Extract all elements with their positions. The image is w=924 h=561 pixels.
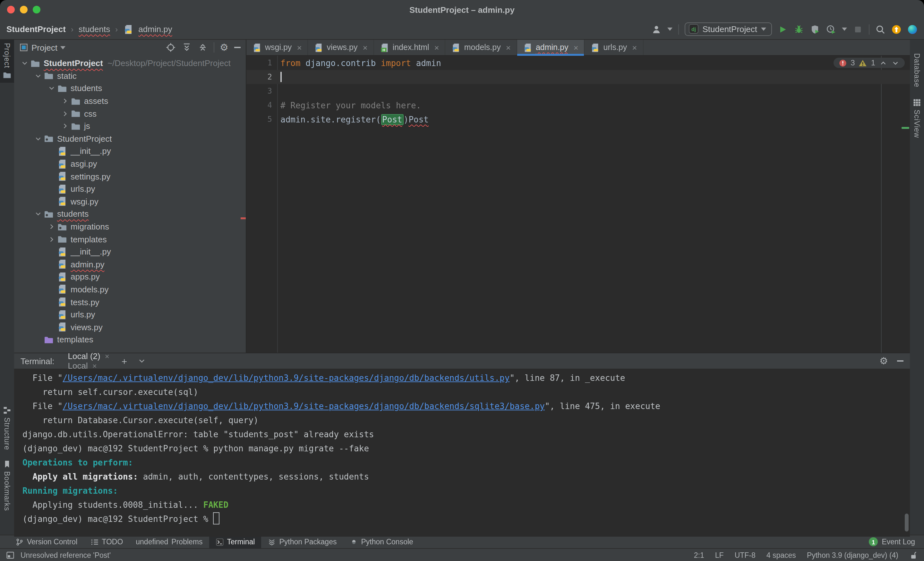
- tree-item-views.py[interactable]: views.py: [14, 321, 246, 334]
- terminal-scrollbar[interactable]: [905, 513, 909, 531]
- code-with-me-users-icon[interactable]: [651, 24, 661, 34]
- tree-item-admin.py[interactable]: admin.py: [14, 258, 246, 271]
- close-window-button[interactable]: [7, 6, 15, 13]
- breadcrumb-project[interactable]: StudentProject: [6, 24, 66, 34]
- tree-item-js[interactable]: js: [14, 120, 246, 132]
- hide-terminal-button[interactable]: [897, 361, 903, 362]
- tree-item-models.py[interactable]: models.py: [14, 283, 246, 296]
- status-widget-1[interactable]: LF: [715, 551, 724, 559]
- status-widget-0[interactable]: 2:1: [694, 551, 704, 559]
- editor-tab-views.py[interactable]: views.py×: [308, 40, 374, 55]
- tree-collapse-chevron-icon[interactable]: [33, 72, 43, 80]
- chevron-down-icon[interactable]: [842, 28, 847, 31]
- inspections-widget[interactable]: 31: [833, 58, 905, 68]
- tool-window-button-structure[interactable]: Structure: [0, 402, 14, 453]
- tree-item-templates[interactable]: templates: [14, 334, 246, 346]
- close-tab-icon[interactable]: ×: [632, 43, 637, 52]
- close-tab-icon[interactable]: ×: [297, 43, 302, 52]
- writable-lock-icon[interactable]: [909, 551, 918, 560]
- ide-update-icon[interactable]: [891, 24, 902, 34]
- tool-window-button-database[interactable]: Database: [910, 50, 924, 90]
- tool-window-button-Problems[interactable]: undefinedProblems: [129, 536, 209, 548]
- run-button[interactable]: [778, 24, 788, 34]
- new-terminal-session-button[interactable]: +: [117, 356, 132, 367]
- close-tab-icon[interactable]: ×: [434, 43, 439, 52]
- tree-expand-chevron-icon[interactable]: [47, 235, 57, 243]
- breadcrumb-package[interactable]: students: [79, 24, 110, 34]
- terminal-tab-Local (2)[interactable]: Local (2)×: [62, 352, 115, 361]
- tool-window-button-Terminal[interactable]: Terminal: [209, 536, 261, 548]
- tree-collapse-chevron-icon[interactable]: [20, 59, 30, 67]
- tool-window-switcher-icon[interactable]: [6, 551, 15, 560]
- terminal-settings-gear-icon[interactable]: ⚙: [879, 356, 888, 366]
- tree-item-urls.py[interactable]: urls.py: [14, 308, 246, 321]
- tool-window-button-TODO[interactable]: TODO: [84, 536, 129, 548]
- collapse-all-icon[interactable]: [197, 42, 208, 52]
- tool-window-button-Python Console[interactable]: Python Console: [343, 536, 419, 548]
- run-with-coverage-button[interactable]: [810, 24, 820, 34]
- tree-expand-chevron-icon[interactable]: [47, 223, 57, 231]
- panel-settings-gear-icon[interactable]: ⚙: [220, 42, 228, 52]
- tree-item-tests.py[interactable]: tests.py: [14, 296, 246, 308]
- tree-item-StudentProject[interactable]: StudentProject: [14, 132, 246, 145]
- tree-item-__init__.py[interactable]: __init__.py: [14, 245, 246, 258]
- editor-tab-urls.py[interactable]: urls.py×: [585, 40, 644, 55]
- code-with-me-sphere-icon[interactable]: [908, 24, 918, 34]
- project-view-selector[interactable]: Project: [32, 43, 57, 52]
- close-terminal-tab-icon[interactable]: ×: [105, 352, 110, 361]
- minimize-window-button[interactable]: [20, 6, 28, 13]
- stop-button[interactable]: [853, 24, 863, 34]
- next-problem-icon[interactable]: [891, 59, 900, 67]
- tool-window-button-project[interactable]: Project: [0, 40, 14, 83]
- status-widget-2[interactable]: UTF-8: [735, 551, 756, 559]
- tree-item-settings.py[interactable]: settings.py: [14, 170, 246, 183]
- tree-item-students[interactable]: students: [14, 208, 246, 220]
- profiler-button[interactable]: [826, 24, 836, 34]
- tree-item-wsgi.py[interactable]: wsgi.py: [14, 195, 246, 208]
- tool-window-button-Version Control[interactable]: Version Control: [9, 536, 84, 548]
- tree-collapse-chevron-icon[interactable]: [47, 84, 57, 93]
- tree-item-assets[interactable]: assets: [14, 95, 246, 108]
- editor-tab-wsgi.py[interactable]: wsgi.py×: [246, 40, 308, 55]
- status-widget-4[interactable]: Python 3.9 (django_dev) (4): [807, 551, 898, 559]
- breadcrumb-file[interactable]: admin.py: [138, 24, 172, 34]
- chevron-down-icon[interactable]: [61, 46, 66, 49]
- tree-item-apps.py[interactable]: apps.py: [14, 271, 246, 283]
- tree-item-static[interactable]: static: [14, 70, 246, 82]
- terminal-sessions-dropdown[interactable]: [134, 356, 150, 365]
- debug-button[interactable]: [794, 24, 804, 34]
- tree-item-asgi.py[interactable]: asgi.py: [14, 158, 246, 170]
- code-editor[interactable]: 1from django.contrib import admin234# Re…: [246, 56, 910, 353]
- editor-tab-admin.py[interactable]: admin.py×: [517, 40, 585, 55]
- chevron-down-icon[interactable]: [667, 28, 672, 31]
- status-widget-3[interactable]: 4 spaces: [766, 551, 796, 559]
- tree-collapse-chevron-icon[interactable]: [33, 210, 43, 218]
- tool-window-button-sciview[interactable]: SciView: [910, 95, 924, 141]
- tree-collapse-chevron-icon[interactable]: [33, 135, 43, 143]
- close-tab-icon[interactable]: ×: [506, 43, 511, 52]
- close-tab-icon[interactable]: ×: [363, 43, 368, 52]
- close-tab-icon[interactable]: ×: [573, 43, 578, 52]
- tree-item-templates[interactable]: templates: [14, 233, 246, 245]
- tree-item-StudentProject[interactable]: StudentProject~/Desktop/Project/StudentP…: [14, 57, 246, 70]
- zoom-window-button[interactable]: [33, 6, 40, 13]
- tree-expand-chevron-icon[interactable]: [60, 122, 70, 130]
- tool-window-button-Python Packages[interactable]: Python Packages: [261, 536, 343, 548]
- tree-expand-chevron-icon[interactable]: [60, 97, 70, 105]
- tree-item-migrations[interactable]: migrations: [14, 220, 246, 233]
- expand-all-icon[interactable]: [181, 42, 192, 52]
- tree-item-__init__.py[interactable]: __init__.py: [14, 145, 246, 157]
- run-configuration-selector[interactable]: djStudentProject: [684, 22, 772, 36]
- tree-item-students[interactable]: students: [14, 82, 246, 94]
- tool-window-button-bookmarks[interactable]: Bookmarks: [0, 456, 14, 514]
- editor-tab-index.html[interactable]: Hindex.html×: [374, 40, 446, 55]
- select-opened-file-icon[interactable]: [165, 42, 176, 52]
- terminal-console[interactable]: File "/Users/mac/.virtualenv/django_dev/…: [14, 369, 910, 537]
- editor-tab-models.py[interactable]: models.py×: [446, 40, 517, 55]
- previous-problem-icon[interactable]: [879, 59, 887, 67]
- search-everywhere-icon[interactable]: [875, 24, 885, 34]
- hide-panel-button[interactable]: [234, 47, 241, 48]
- tree-item-urls.py[interactable]: urls.py: [14, 183, 246, 195]
- tree-item-css[interactable]: css: [14, 108, 246, 120]
- tree-expand-chevron-icon[interactable]: [60, 109, 70, 118]
